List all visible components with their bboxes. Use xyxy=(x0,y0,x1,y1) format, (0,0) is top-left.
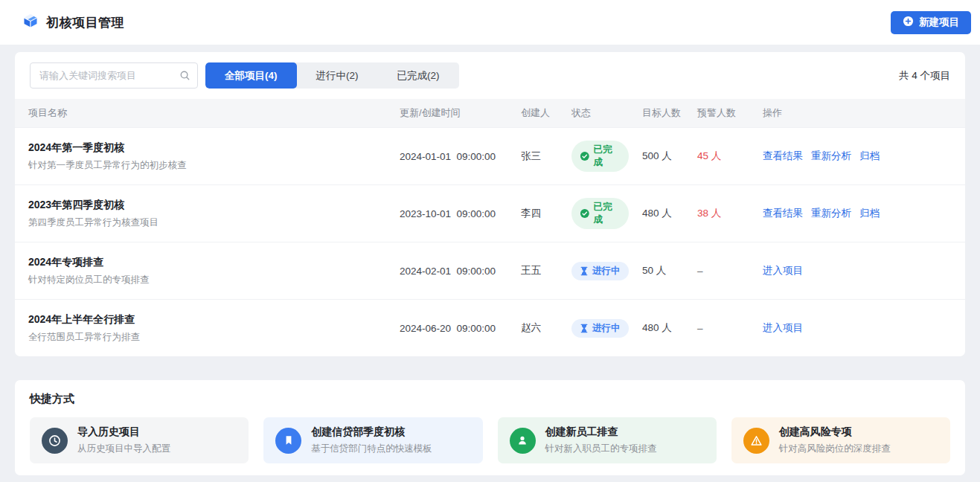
project-name: 2024年上半年全行排查 xyxy=(28,313,386,327)
cell-creator: 张三 xyxy=(507,150,558,163)
table-row: 2024年专项排查 针对特定岗位员工的专项排查 2024-02-01 09:00… xyxy=(15,242,965,299)
hourglass-icon xyxy=(580,266,589,276)
project-desc: 全行范围员工异常行为排查 xyxy=(28,331,386,344)
action-archive[interactable]: 归档 xyxy=(859,207,880,220)
cell-status: 进行中 xyxy=(558,319,629,338)
project-name: 2024年第一季度初核 xyxy=(28,141,386,155)
top-bar: 初核项目管理 新建项目 xyxy=(0,0,980,45)
cell-warning: – xyxy=(684,323,749,334)
warning-icon xyxy=(743,428,769,454)
shortcut-high-risk[interactable]: 创建高风险专项 针对高风险岗位的深度排查 xyxy=(731,417,950,463)
cell-creator: 王五 xyxy=(507,264,558,277)
cell-warning: 45 人 xyxy=(684,150,749,163)
status-badge: 已完成 xyxy=(571,141,629,172)
action-view-results[interactable]: 查看结果 xyxy=(763,150,803,163)
cell-project-name: 2024年专项排查 针对特定岗位员工的专项排查 xyxy=(15,256,386,286)
shortcut-title: 创建信贷部季度初核 xyxy=(311,425,432,439)
col-actions: 操作 xyxy=(749,106,965,120)
search-icon xyxy=(179,70,190,81)
shortcut-cards: 导入历史项目 从历史项目中导入配置 创建信贷部季度初核 基于信贷部门特点的快速模… xyxy=(30,417,950,463)
cell-target: 480 人 xyxy=(629,207,684,220)
new-project-label: 新建项目 xyxy=(919,16,959,29)
project-desc: 第四季度员工异常行为核查项目 xyxy=(28,216,386,229)
col-creator: 创建人 xyxy=(507,106,558,120)
status-label: 已完成 xyxy=(594,201,621,226)
cell-project-name: 2024年上半年全行排查 全行范围员工异常行为排查 xyxy=(15,313,386,344)
page-title-wrap: 初核项目管理 xyxy=(22,13,124,32)
project-name: 2023年第四季度初核 xyxy=(28,199,386,212)
shortcuts-panel: 快捷方式 导入历史项目 从历史项目中导入配置 创建信贷部季度初核 xyxy=(15,380,965,475)
action-reanalyze[interactable]: 重新分析 xyxy=(811,207,851,220)
check-circle-icon xyxy=(580,151,590,161)
tab-completed[interactable]: 已完成(2) xyxy=(378,62,459,89)
shortcut-desc: 针对新入职员工的专项排查 xyxy=(545,443,657,455)
cell-time: 2024-06-20 09:00:00 xyxy=(386,323,507,334)
cell-target: 480 人 xyxy=(629,321,684,335)
action-enter-project[interactable]: 进入项目 xyxy=(763,264,803,277)
project-name: 2024年专项排查 xyxy=(28,256,386,269)
project-desc: 针对特定岗位员工的专项排查 xyxy=(28,274,386,286)
action-reanalyze[interactable]: 重新分析 xyxy=(811,150,851,163)
check-circle-icon xyxy=(580,208,590,219)
shortcut-text: 创建新员工排查 针对新入职员工的专项排查 xyxy=(545,425,657,455)
filter-tabs: 全部项目(4) 进行中(2) 已完成(2) xyxy=(205,62,459,89)
plus-circle-icon xyxy=(903,16,914,29)
hourglass-icon xyxy=(580,324,589,333)
cell-project-name: 2023年第四季度初核 第四季度员工异常行为核查项目 xyxy=(15,199,386,229)
table-row: 2023年第四季度初核 第四季度员工异常行为核查项目 2023-10-01 09… xyxy=(15,184,965,242)
table-row: 2024年第一季度初核 针对第一季度员工异常行为的初步核查 2024-01-01… xyxy=(15,127,965,184)
cube-logo-icon xyxy=(22,13,39,32)
shortcut-desc: 基于信贷部门特点的快速模板 xyxy=(311,443,432,455)
shortcut-text: 创建高风险专项 针对高风险岗位的深度排查 xyxy=(779,425,891,455)
project-list-panel: 全部项目(4) 进行中(2) 已完成(2) 共 4 个项目 项目名称 更新/创建… xyxy=(15,52,965,356)
cell-actions: 查看结果 重新分析 归档 xyxy=(749,207,965,220)
table-row: 2024年上半年全行排查 全行范围员工异常行为排查 2024-06-20 09:… xyxy=(15,299,965,356)
shortcut-import-history[interactable]: 导入历史项目 从历史项目中导入配置 xyxy=(30,417,249,463)
cell-time: 2024-01-01 09:00:00 xyxy=(386,151,507,162)
col-time: 更新/创建时间 xyxy=(386,106,507,120)
shortcut-title: 创建高风险专项 xyxy=(779,425,891,439)
col-warning: 预警人数 xyxy=(684,106,749,120)
cell-status: 已完成 xyxy=(558,141,629,172)
total-count: 共 4 个项目 xyxy=(899,69,950,83)
cell-target: 500 人 xyxy=(629,150,684,163)
toolbar: 全部项目(4) 进行中(2) 已完成(2) 共 4 个项目 xyxy=(15,52,965,99)
table-header: 项目名称 更新/创建时间 创建人 状态 目标人数 预警人数 操作 xyxy=(15,99,965,127)
status-badge: 已完成 xyxy=(571,198,629,229)
tab-all-projects[interactable]: 全部项目(4) xyxy=(205,62,297,89)
status-label: 已完成 xyxy=(594,144,621,169)
shortcut-desc: 从历史项目中导入配置 xyxy=(77,443,170,455)
col-target: 目标人数 xyxy=(629,106,684,120)
cell-status: 进行中 xyxy=(558,262,629,280)
cell-creator: 赵六 xyxy=(507,321,558,335)
cell-warning: 38 人 xyxy=(684,207,749,220)
shortcut-title: 创建新员工排查 xyxy=(545,425,657,439)
tab-in-progress[interactable]: 进行中(2) xyxy=(297,62,378,89)
new-project-button[interactable]: 新建项目 xyxy=(891,11,971,34)
action-enter-project[interactable]: 进入项目 xyxy=(763,321,803,335)
status-badge: 进行中 xyxy=(571,319,629,338)
cell-status: 已完成 xyxy=(558,198,629,229)
status-label: 进行中 xyxy=(592,265,621,277)
search-input[interactable] xyxy=(30,62,198,89)
cell-actions: 进入项目 xyxy=(749,321,965,335)
search-box xyxy=(30,62,198,89)
col-status: 状态 xyxy=(558,106,629,120)
cell-actions: 进入项目 xyxy=(749,264,965,277)
status-label: 进行中 xyxy=(592,322,621,335)
clock-icon xyxy=(42,428,68,454)
action-archive[interactable]: 归档 xyxy=(859,150,880,163)
cell-creator: 李四 xyxy=(507,207,558,220)
bookmark-icon xyxy=(275,428,301,454)
action-view-results[interactable]: 查看结果 xyxy=(763,207,803,220)
shortcut-new-employee[interactable]: 创建新员工排查 针对新入职员工的专项排查 xyxy=(498,417,717,463)
shortcut-credit-quarterly[interactable]: 创建信贷部季度初核 基于信贷部门特点的快速模板 xyxy=(263,417,482,463)
user-icon xyxy=(510,428,536,454)
cell-actions: 查看结果 重新分析 归档 xyxy=(749,150,965,163)
shortcut-text: 导入历史项目 从历史项目中导入配置 xyxy=(77,425,170,455)
cell-time: 2024-02-01 09:00:00 xyxy=(386,266,507,277)
shortcut-title: 导入历史项目 xyxy=(77,425,170,439)
status-badge: 进行中 xyxy=(571,262,629,280)
cell-time: 2023-10-01 09:00:00 xyxy=(386,208,507,219)
shortcuts-title: 快捷方式 xyxy=(30,392,950,406)
